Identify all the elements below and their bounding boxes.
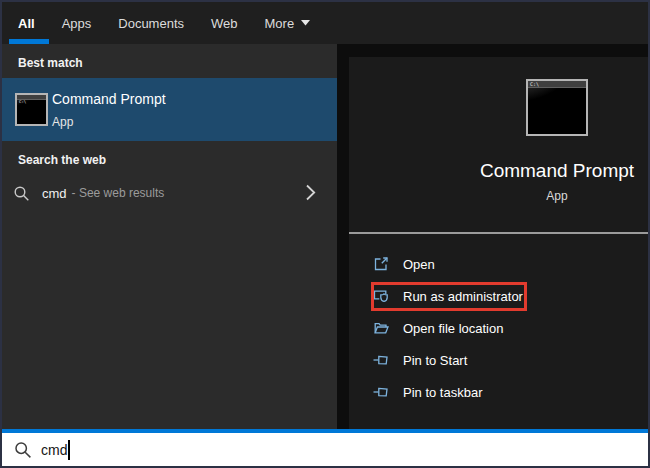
action-open[interactable]: Open [349,248,648,280]
tab-more-label: More [265,16,295,31]
tab-apps[interactable]: Apps [62,16,92,31]
text-cursor [68,440,70,460]
chevron-right-icon[interactable] [305,184,316,201]
search-the-web-header: Search the web [18,153,106,167]
web-query-suffix: - See web results [72,186,165,200]
command-prompt-icon-large: C:\ [526,79,588,136]
action-label: Pin to Start [403,353,467,368]
action-label: Open file location [403,321,503,336]
action-run-as-administrator[interactable]: Run as administrator [349,280,648,312]
cmd-icon-prompt-text: C:\ [530,82,539,87]
tab-web[interactable]: Web [211,16,238,31]
pin-icon [373,384,390,400]
command-prompt-icon: C:\ [15,93,48,126]
taskbar-search-box[interactable]: cmd [2,429,648,466]
action-open-file-location[interactable]: Open file location [349,312,648,344]
action-label: Pin to taskbar [403,385,483,400]
cmd-icon-prompt-text: C:\ [19,100,26,104]
web-query-text: cmd [42,186,67,201]
preview-panel: C:\ Command Prompt App Open [349,57,648,429]
action-label: Open [403,257,435,272]
search-results-panel: Best match C:\ Command Prompt App Search… [2,44,337,429]
tab-more[interactable]: More [265,16,311,31]
preview-app-subtitle: App [349,189,650,203]
tab-documents[interactable]: Documents [118,16,184,31]
windows-search-flyout: All Apps Documents Web More Best match C… [0,0,650,468]
result-title: Command Prompt [52,91,166,107]
best-match-header: Best match [18,56,83,70]
action-pin-to-taskbar[interactable]: Pin to taskbar [349,376,648,408]
result-subtitle: App [52,115,73,129]
search-icon [14,441,32,459]
search-icon [13,185,30,202]
search-input-value: cmd [41,442,67,458]
tab-all[interactable]: All [18,16,35,31]
folder-icon [373,320,390,336]
web-search-result[interactable]: cmd - See web results [2,178,337,208]
best-match-result[interactable]: C:\ Command Prompt App [2,78,337,141]
pin-icon [373,352,390,368]
action-label: Run as administrator [403,289,523,304]
preview-divider [349,232,648,234]
preview-app-title: Command Prompt [349,160,650,182]
chevron-down-icon [301,20,310,26]
context-actions-list: Open Run as administrator [349,248,648,408]
search-filter-tabs: All Apps Documents Web More [2,2,648,44]
run-as-admin-icon [373,288,390,304]
open-icon [373,256,390,272]
action-pin-to-start[interactable]: Pin to Start [349,344,648,376]
